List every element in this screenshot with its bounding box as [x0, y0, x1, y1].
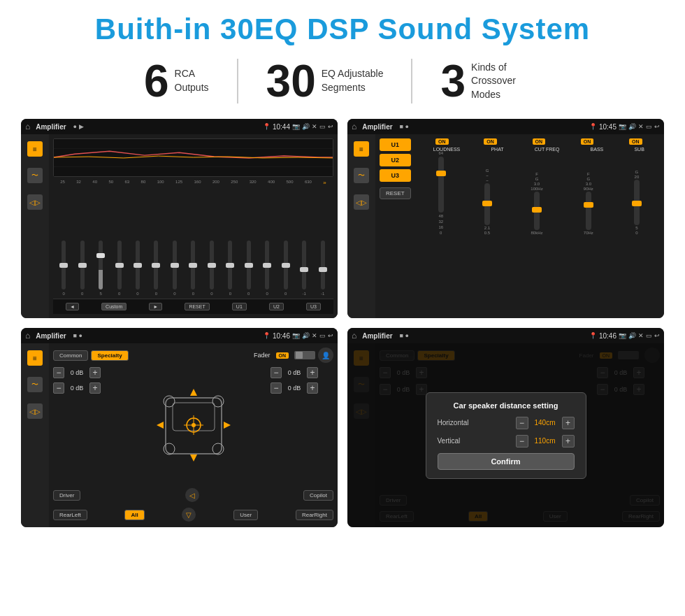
location-icon-4: 📍: [589, 332, 597, 339]
screen-eq: ⌂ Amplifier ● ▶ 📍 10:44 📷 🔊 ✕ ▭ ↩ ≡ 〜 ◁▷: [21, 119, 338, 318]
status-bar-1: ⌂ Amplifier ● ▶ 📍 10:44 📷 🔊 ✕ ▭ ↩: [21, 119, 338, 134]
fader-on-badge[interactable]: ON: [276, 352, 289, 359]
db-minus-tl[interactable]: −: [53, 367, 64, 378]
dialog-overlay: Car speaker distance setting Horizontal …: [347, 343, 664, 527]
stat-number-eq: 30: [266, 59, 316, 103]
bass-on[interactable]: ON: [581, 138, 594, 145]
dsp-main-area: U1 U2 U3 RESET ON ON ON O: [375, 134, 664, 318]
vertical-minus-btn[interactable]: −: [516, 435, 528, 447]
status-title-2: Amplifier: [362, 123, 392, 131]
left-sidebar-2: ≡ 〜 ◁▷: [347, 134, 375, 318]
car-diagram: [120, 367, 266, 484]
status-time-3: 10:46: [273, 332, 290, 340]
sidebar-wave-icon-2[interactable]: 〜: [354, 168, 369, 183]
eq-custom-btn[interactable]: Custom: [101, 303, 127, 310]
eq-u3-btn[interactable]: U3: [306, 303, 321, 310]
sidebar-vol-icon[interactable]: ◁▷: [27, 194, 43, 210]
rearright-btn[interactable]: RearRight: [296, 510, 333, 520]
sidebar-eq-icon[interactable]: ≡: [27, 141, 43, 157]
confirm-button[interactable]: Confirm: [438, 453, 575, 470]
all-btn[interactable]: All: [124, 510, 144, 520]
eq-next-btn[interactable]: ►: [149, 303, 162, 310]
eq-slider-7: 0: [173, 241, 177, 296]
db-plus-tl[interactable]: +: [89, 367, 101, 378]
arrow-down-circle[interactable]: ▽: [182, 508, 196, 522]
arrow-left-circle[interactable]: ◁: [185, 488, 199, 502]
sidebar-eq-icon-3[interactable]: ≡: [27, 350, 43, 366]
back-icon-2: ↩: [654, 123, 660, 130]
rearleft-btn[interactable]: RearLeft: [53, 510, 87, 520]
x-icon-3: ✕: [312, 332, 317, 339]
sidebar-wave-icon[interactable]: 〜: [27, 168, 43, 183]
eq-u2-btn[interactable]: U2: [269, 303, 284, 310]
volume-icon-1: 🔊: [302, 123, 310, 130]
u3-btn[interactable]: U3: [380, 169, 411, 182]
loudness-slider: 64 48 32 16 0: [438, 151, 444, 235]
location-icon-1: 📍: [263, 123, 271, 130]
screen-inner-2: ≡ 〜 ◁▷ U1 U2 U3 RESET: [347, 134, 664, 318]
sidebar-eq-icon-2[interactable]: ≡: [354, 141, 369, 157]
eq-slider-13: 0: [284, 241, 288, 296]
db-minus-br[interactable]: −: [271, 382, 282, 394]
copilot-btn[interactable]: Copilot: [303, 490, 333, 501]
sidebar-vol-icon-3[interactable]: ◁▷: [27, 403, 43, 419]
dsp-reset-btn[interactable]: RESET: [380, 187, 411, 199]
svg-point-7: [212, 396, 224, 407]
u1-btn[interactable]: U1: [380, 138, 411, 151]
phat-slider: G ~ ~ 2.1 0.5: [484, 169, 490, 235]
screen-inner-3: ≡ 〜 ◁▷ Common Specialty Fader ON: [21, 343, 338, 527]
eq-graph: [53, 138, 333, 177]
cutfreq-on[interactable]: ON: [533, 138, 546, 145]
driver-btn[interactable]: Driver: [53, 490, 80, 501]
status-icons-1: 📍 10:44 📷 🔊 ✕ ▭ ↩: [263, 123, 333, 131]
u2-btn[interactable]: U2: [380, 154, 411, 166]
user-btn[interactable]: User: [233, 510, 258, 520]
db-minus-bl[interactable]: −: [53, 382, 64, 394]
phat-on[interactable]: ON: [484, 138, 497, 145]
cutfreq-label: CUT FREQ: [535, 147, 560, 152]
dsp-labels-row: LOUDNESS PHAT CUT FREQ BASS SUB: [418, 147, 660, 152]
horizontal-plus-btn[interactable]: +: [562, 417, 575, 429]
eq-prev-btn[interactable]: ◄: [66, 303, 79, 310]
status-icons-3: 📍 10:46 📷 🔊 ✕ ▭ ↩: [263, 332, 333, 340]
status-time-1: 10:44: [273, 123, 290, 131]
cutfreq-slider: F G 3.0 100Hz 80kHz: [531, 172, 542, 235]
db-plus-bl[interactable]: +: [89, 382, 101, 394]
fader-slider[interactable]: [294, 351, 315, 359]
dsp-sliders: 64 48 32 16 0: [418, 154, 660, 238]
sidebar-vol-icon-2[interactable]: ◁▷: [354, 194, 369, 210]
eq-u1-btn[interactable]: U1: [232, 303, 247, 310]
dialog-title: Car speaker distance setting: [438, 401, 575, 410]
phat-label: PHAT: [491, 147, 503, 152]
db-value-bl: 0 dB: [67, 385, 87, 392]
loudness-on[interactable]: ON: [435, 138, 449, 145]
common-tab[interactable]: Common: [53, 350, 88, 361]
home-icon-4: ⌂: [352, 331, 356, 341]
status-title-4: Amplifier: [362, 332, 392, 340]
bass-label: BASS: [591, 147, 604, 152]
eq-reset-btn[interactable]: RESET: [185, 303, 209, 310]
db-minus-tr[interactable]: −: [271, 367, 282, 378]
eq-slider-8: 0: [191, 241, 195, 296]
window-icon-4: ▭: [646, 332, 652, 339]
sub-label: SUB: [634, 147, 644, 152]
x-icon-2: ✕: [638, 123, 644, 130]
specialty-tab[interactable]: Specialty: [91, 350, 128, 361]
volume-icon-2: 🔊: [628, 123, 636, 130]
vertical-plus-btn[interactable]: +: [562, 435, 575, 447]
stat-desc-crossover: Kinds of Crossover Modes: [471, 61, 541, 102]
eq-slider-9: 0: [210, 241, 214, 296]
db-plus-br[interactable]: +: [307, 382, 318, 394]
window-icon-2: ▭: [646, 123, 652, 130]
sidebar-wave-icon-3[interactable]: 〜: [27, 377, 43, 392]
status-title-3: Amplifier: [36, 332, 66, 340]
status-icons-4: 📍 10:46 📷 🔊 ✕ ▭ ↩: [589, 332, 660, 340]
horizontal-minus-btn[interactable]: −: [516, 417, 528, 429]
camera-icon-2: 📷: [619, 123, 626, 130]
db-control-bl: − 0 dB +: [53, 382, 116, 394]
fader-bottom-btn-row: RearLeft All ▽ User RearRight: [53, 506, 333, 523]
db-plus-tr[interactable]: +: [307, 367, 318, 378]
eq-curve-svg: [54, 139, 333, 176]
svg-marker-17: [224, 422, 231, 429]
sub-on[interactable]: ON: [629, 138, 642, 145]
